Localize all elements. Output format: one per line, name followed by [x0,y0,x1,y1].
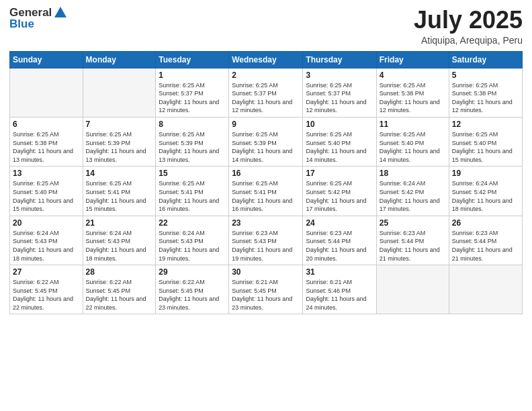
calendar-cell: 5Sunrise: 6:25 AM Sunset: 5:38 PM Daylig… [449,68,522,117]
calendar-cell: 2Sunrise: 6:25 AM Sunset: 5:37 PM Daylig… [229,68,303,117]
header: General Blue July 2025 Atiquipa, Arequip… [9,7,523,46]
calendar-cell: 6Sunrise: 6:25 AM Sunset: 5:38 PM Daylig… [10,117,83,166]
calendar-cell: 9Sunrise: 6:25 AM Sunset: 5:39 PM Daylig… [229,117,303,166]
calendar-cell: 16Sunrise: 6:25 AM Sunset: 5:41 PM Dayli… [229,167,303,216]
day-info: Sunrise: 6:23 AM Sunset: 5:44 PM Dayligh… [380,229,446,263]
day-number: 29 [159,267,226,277]
day-number: 31 [306,267,373,277]
day-info: Sunrise: 6:25 AM Sunset: 5:40 PM Dayligh… [13,179,80,213]
day-number: 19 [452,169,519,178]
calendar-cell [83,68,156,117]
col-wednesday: Wednesday [229,51,303,68]
calendar-cell: 31Sunrise: 6:21 AM Sunset: 5:46 PM Dayli… [303,265,376,314]
calendar-cell: 21Sunrise: 6:24 AM Sunset: 5:43 PM Dayli… [83,216,156,265]
svg-marker-0 [54,7,66,17]
day-number: 16 [232,169,300,178]
page: General Blue July 2025 Atiquipa, Arequip… [0,0,532,411]
calendar-table: Sunday Monday Tuesday Wednesday Thursday… [9,51,523,315]
day-number: 30 [232,267,300,277]
col-thursday: Thursday [303,51,376,68]
calendar-cell: 12Sunrise: 6:25 AM Sunset: 5:40 PM Dayli… [449,117,522,166]
day-info: Sunrise: 6:25 AM Sunset: 5:40 PM Dayligh… [380,130,446,164]
col-monday: Monday [83,51,156,68]
day-info: Sunrise: 6:23 AM Sunset: 5:43 PM Dayligh… [232,229,300,263]
day-info: Sunrise: 6:22 AM Sunset: 5:45 PM Dayligh… [86,278,153,312]
day-info: Sunrise: 6:25 AM Sunset: 5:37 PM Dayligh… [159,81,226,115]
calendar-week-row-1: 1Sunrise: 6:25 AM Sunset: 5:37 PM Daylig… [10,68,523,117]
day-number: 26 [452,218,519,228]
day-number: 24 [306,218,373,228]
col-tuesday: Tuesday [156,51,229,68]
day-info: Sunrise: 6:25 AM Sunset: 5:41 PM Dayligh… [232,179,300,213]
calendar-cell: 24Sunrise: 6:23 AM Sunset: 5:44 PM Dayli… [303,216,376,265]
day-info: Sunrise: 6:25 AM Sunset: 5:41 PM Dayligh… [86,179,153,213]
calendar-cell: 7Sunrise: 6:25 AM Sunset: 5:39 PM Daylig… [83,117,156,166]
day-number: 1 [159,71,226,80]
calendar-cell: 18Sunrise: 6:24 AM Sunset: 5:42 PM Dayli… [376,167,449,216]
day-info: Sunrise: 6:25 AM Sunset: 5:38 PM Dayligh… [380,81,446,115]
day-info: Sunrise: 6:24 AM Sunset: 5:42 PM Dayligh… [380,179,446,213]
calendar-cell: 13Sunrise: 6:25 AM Sunset: 5:40 PM Dayli… [10,167,83,216]
day-info: Sunrise: 6:23 AM Sunset: 5:44 PM Dayligh… [452,229,519,263]
day-number: 5 [452,71,519,80]
day-number: 2 [232,71,300,80]
day-info: Sunrise: 6:25 AM Sunset: 5:39 PM Dayligh… [86,130,153,164]
logo: General Blue [9,7,68,30]
day-number: 18 [380,169,446,178]
calendar-week-row-2: 6Sunrise: 6:25 AM Sunset: 5:38 PM Daylig… [10,117,523,166]
day-info: Sunrise: 6:22 AM Sunset: 5:45 PM Dayligh… [159,278,226,312]
calendar-cell: 29Sunrise: 6:22 AM Sunset: 5:45 PM Dayli… [156,265,229,314]
day-info: Sunrise: 6:25 AM Sunset: 5:40 PM Dayligh… [452,130,519,164]
day-number: 23 [232,218,300,228]
calendar-cell: 30Sunrise: 6:21 AM Sunset: 5:45 PM Dayli… [229,265,303,314]
day-number: 13 [13,169,80,178]
month-title: July 2025 [414,7,523,34]
col-friday: Friday [376,51,449,68]
calendar-cell: 3Sunrise: 6:25 AM Sunset: 5:37 PM Daylig… [303,68,376,117]
day-info: Sunrise: 6:25 AM Sunset: 5:39 PM Dayligh… [232,130,300,164]
logo-blue: Blue [9,18,34,31]
day-info: Sunrise: 6:25 AM Sunset: 5:38 PM Dayligh… [452,81,519,115]
location-title: Atiquipa, Arequipa, Peru [414,35,523,46]
day-number: 14 [86,169,153,178]
day-info: Sunrise: 6:25 AM Sunset: 5:39 PM Dayligh… [159,130,226,164]
day-number: 7 [86,120,153,129]
calendar-week-row-5: 27Sunrise: 6:22 AM Sunset: 5:45 PM Dayli… [10,265,523,314]
day-info: Sunrise: 6:23 AM Sunset: 5:44 PM Dayligh… [306,229,373,263]
day-info: Sunrise: 6:24 AM Sunset: 5:43 PM Dayligh… [86,229,153,263]
day-info: Sunrise: 6:25 AM Sunset: 5:37 PM Dayligh… [232,81,300,115]
calendar-cell: 26Sunrise: 6:23 AM Sunset: 5:44 PM Dayli… [449,216,522,265]
day-number: 11 [380,120,446,129]
day-info: Sunrise: 6:21 AM Sunset: 5:46 PM Dayligh… [306,278,373,312]
day-number: 3 [306,71,373,80]
day-info: Sunrise: 6:21 AM Sunset: 5:45 PM Dayligh… [232,278,300,312]
calendar-cell: 15Sunrise: 6:25 AM Sunset: 5:41 PM Dayli… [156,167,229,216]
day-number: 4 [380,71,446,80]
col-sunday: Sunday [10,51,83,68]
calendar-cell: 23Sunrise: 6:23 AM Sunset: 5:43 PM Dayli… [229,216,303,265]
day-number: 8 [159,120,226,129]
day-number: 15 [159,169,226,178]
calendar-cell: 19Sunrise: 6:24 AM Sunset: 5:42 PM Dayli… [449,167,522,216]
day-number: 10 [306,120,373,129]
calendar-cell: 14Sunrise: 6:25 AM Sunset: 5:41 PM Dayli… [83,167,156,216]
day-number: 27 [13,267,80,277]
day-number: 6 [13,120,80,129]
calendar-cell [449,265,522,314]
calendar-cell: 11Sunrise: 6:25 AM Sunset: 5:40 PM Dayli… [376,117,449,166]
calendar-cell: 22Sunrise: 6:24 AM Sunset: 5:43 PM Dayli… [156,216,229,265]
title-area: July 2025 Atiquipa, Arequipa, Peru [414,7,523,46]
col-saturday: Saturday [449,51,522,68]
calendar-cell: 17Sunrise: 6:25 AM Sunset: 5:42 PM Dayli… [303,167,376,216]
day-info: Sunrise: 6:22 AM Sunset: 5:45 PM Dayligh… [13,278,80,312]
day-number: 17 [306,169,373,178]
logo-triangle-icon [53,5,68,19]
day-info: Sunrise: 6:24 AM Sunset: 5:42 PM Dayligh… [452,179,519,213]
calendar-cell: 25Sunrise: 6:23 AM Sunset: 5:44 PM Dayli… [376,216,449,265]
day-info: Sunrise: 6:25 AM Sunset: 5:38 PM Dayligh… [13,130,80,164]
calendar-week-row-4: 20Sunrise: 6:24 AM Sunset: 5:43 PM Dayli… [10,216,523,265]
day-info: Sunrise: 6:25 AM Sunset: 5:42 PM Dayligh… [306,179,373,213]
calendar-cell: 1Sunrise: 6:25 AM Sunset: 5:37 PM Daylig… [156,68,229,117]
day-info: Sunrise: 6:24 AM Sunset: 5:43 PM Dayligh… [159,229,226,263]
day-number: 12 [452,120,519,129]
